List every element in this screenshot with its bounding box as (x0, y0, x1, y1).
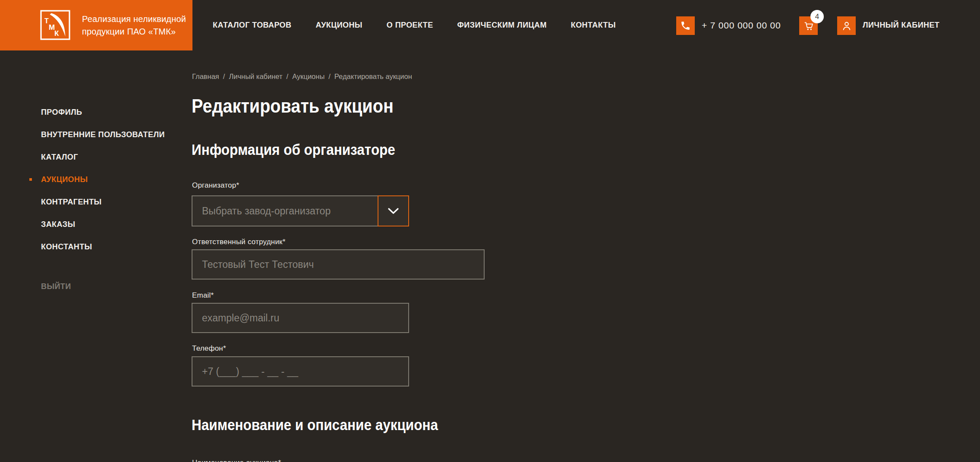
phone-icon (680, 20, 691, 31)
phone-label: Телефон* (192, 344, 226, 353)
user-icon (841, 20, 852, 31)
chevron-down-icon (388, 207, 399, 215)
logout-button[interactable]: ВЫЙТИ (41, 282, 183, 291)
sidebar-item-internal-users[interactable]: ВНУТРЕННИЕ ПОЛЬЗОВАТЕЛИ (41, 130, 183, 139)
email-label: Email* (192, 291, 214, 300)
svg-text:Т: Т (44, 17, 49, 25)
account-label[interactable]: ЛИЧНЫЙ КАБИНЕТ (863, 0, 939, 50)
tmk-logo-icon: Т М К (40, 10, 70, 40)
logo[interactable]: Т М К Реализация неликвидной продукции П… (0, 0, 192, 50)
logo-tagline: Реализация неликвидной продукции ПАО «ТМ… (82, 13, 186, 38)
auction-name-label: Наименование аукциона* (192, 459, 281, 462)
nav-item-contacts[interactable]: КОНТАКТЫ (571, 21, 616, 30)
phone-button[interactable] (676, 16, 695, 35)
phone-input[interactable] (192, 356, 409, 387)
organizer-select-box[interactable]: Выбрать завод-организатор (192, 195, 378, 226)
organizer-label: Организатор* (192, 181, 239, 190)
header: Т М К Реализация неликвидной продукции П… (0, 0, 980, 50)
nav-item-catalog[interactable]: КАТАЛОГ ТОВАРОВ (213, 21, 291, 30)
main-nav: КАТАЛОГ ТОВАРОВ АУКЦИОНЫ О ПРОЕКТЕ ФИЗИЧ… (213, 0, 616, 50)
sidebar-item-label: АУКЦИОНЫ (41, 175, 88, 184)
employee-label: Ответственный сотрудник* (192, 238, 286, 246)
organizer-section-heading: Информация об организаторе (192, 141, 395, 158)
organizer-select-toggle[interactable] (378, 195, 409, 226)
cart-count-badge: 4 (810, 10, 824, 23)
breadcrumb-home[interactable]: Главная (192, 72, 219, 81)
logo-tagline-line1: Реализация неликвидной (82, 13, 186, 25)
organizer-select-placeholder: Выбрать завод-организатор (202, 205, 331, 217)
breadcrumb-current: Редактировать аукцион (334, 72, 412, 81)
sidebar-item-auctions[interactable]: АУКЦИОНЫ (41, 175, 183, 184)
breadcrumb-auctions[interactable]: Аукционы (292, 72, 325, 81)
nav-item-individuals[interactable]: ФИЗИЧЕСКИМ ЛИЦАМ (457, 21, 547, 30)
header-phone-number[interactable]: + 7 000 000 00 00 (702, 0, 781, 50)
sidebar-item-orders[interactable]: ЗАКАЗЫ (41, 220, 183, 229)
sidebar-item-constants[interactable]: КОНСТАНТЫ (41, 242, 183, 251)
account-button[interactable] (837, 16, 856, 35)
sidebar-item-counterparties[interactable]: КОНТРАГЕНТЫ (41, 197, 183, 207)
breadcrumb-separator: / (287, 72, 289, 81)
breadcrumb: Главная / Личный кабинет / Аукционы / Ре… (192, 72, 412, 81)
employee-input[interactable] (192, 249, 485, 280)
breadcrumb-separator: / (328, 72, 331, 81)
sidebar-item-profile[interactable]: ПРОФИЛЬ (41, 107, 183, 117)
organizer-select: Выбрать завод-организатор (192, 195, 409, 226)
page-title: Редактировать аукцион (192, 95, 394, 117)
sidebar: ПРОФИЛЬ ВНУТРЕННИЕ ПОЛЬЗОВАТЕЛИ КАТАЛОГ … (41, 107, 183, 291)
naming-section-heading: Наименование и описание аукциона (192, 416, 438, 434)
svg-text:К: К (54, 29, 59, 38)
breadcrumb-separator: / (223, 72, 225, 81)
nav-item-auctions[interactable]: АУКЦИОНЫ (315, 21, 362, 30)
nav-item-about[interactable]: О ПРОЕКТЕ (387, 21, 433, 30)
sidebar-item-catalog[interactable]: КАТАЛОГ (41, 152, 183, 162)
breadcrumb-account[interactable]: Личный кабинет (229, 72, 282, 81)
active-item-bullet (29, 178, 32, 181)
logo-tagline-line2: продукции ПАО «ТМК» (82, 25, 186, 38)
email-input[interactable] (192, 303, 409, 333)
